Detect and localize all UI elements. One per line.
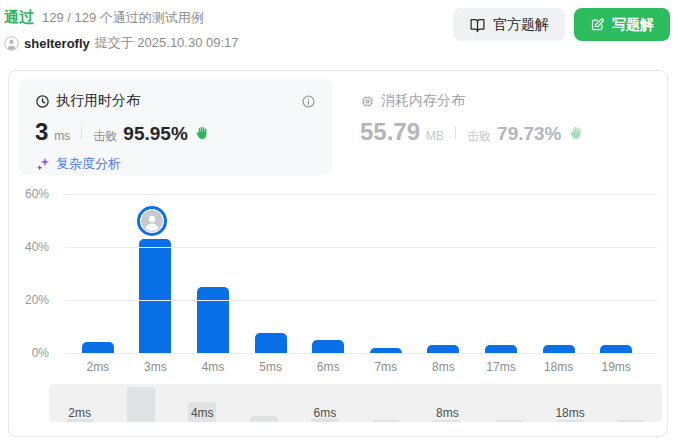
- official-solution-label: 官方题解: [493, 16, 549, 34]
- minimap-label: 6ms: [314, 406, 337, 420]
- x-tick-label: 5ms: [242, 360, 300, 374]
- x-tick-label: 18ms: [530, 360, 588, 374]
- minimap-label: 18ms: [555, 406, 584, 420]
- bar-18ms[interactable]: [543, 345, 575, 353]
- minimap-column: [233, 384, 294, 422]
- chart-column: [415, 194, 473, 353]
- user-avatar-icon: [141, 210, 163, 232]
- header-actions: 官方题解 写题解: [453, 8, 670, 41]
- bar-3ms[interactable]: [139, 239, 171, 353]
- runtime-distribution-chart: 0%20%40%60% 2ms3ms4ms5ms6ms7ms8ms17ms18m…: [9, 71, 667, 436]
- user-avatar-icon: [4, 36, 19, 51]
- write-solution-label: 写题解: [612, 16, 654, 34]
- minimap-label: 2ms: [68, 406, 91, 420]
- y-tick-label: 20%: [11, 293, 49, 307]
- chart-column: [69, 194, 127, 353]
- submission-summary: 通过 129 / 129 个通过的测试用例 shelterofly 提交于 20…: [4, 8, 239, 52]
- x-tick-label: 4ms: [184, 360, 242, 374]
- bar-19ms[interactable]: [600, 345, 632, 353]
- x-axis-labels: 2ms3ms4ms5ms6ms7ms8ms17ms18ms19ms: [69, 360, 645, 374]
- y-tick-label: 40%: [11, 240, 49, 254]
- chart-column: [357, 194, 415, 353]
- chart-plot-area: 0%20%40%60%: [57, 194, 657, 353]
- chart-column: [530, 194, 588, 353]
- datazoom-slider[interactable]: 2ms4ms6ms8ms18ms: [49, 384, 662, 422]
- gridline: [65, 300, 657, 301]
- minimap-column: [355, 384, 416, 422]
- chart-column: [299, 194, 357, 353]
- edit-pen-icon: [590, 17, 605, 32]
- x-tick-label: 6ms: [299, 360, 357, 374]
- book-icon: [469, 16, 486, 33]
- chart-column: [587, 194, 645, 353]
- pass-status: 通过: [4, 8, 34, 27]
- testcases-count: 129 / 129 个通过的测试用例: [42, 9, 204, 27]
- gridline: [65, 247, 657, 248]
- minimap-bar-3ms: [127, 387, 155, 422]
- minimap-column: [110, 384, 171, 422]
- username[interactable]: shelterofly: [24, 36, 90, 51]
- minimap-bar-17ms: [495, 420, 523, 422]
- minimap-column: [478, 384, 539, 422]
- minimap-bar-5ms: [250, 416, 278, 422]
- bar-5ms[interactable]: [255, 333, 287, 353]
- x-tick-label: 8ms: [415, 360, 473, 374]
- x-tick-label: 2ms: [69, 360, 127, 374]
- x-tick-label: 19ms: [587, 360, 645, 374]
- bar-4ms[interactable]: [197, 287, 229, 353]
- official-solution-button[interactable]: 官方题解: [453, 8, 565, 41]
- minimap-label: 8ms: [436, 406, 459, 420]
- gridline: [65, 353, 657, 354]
- bar-8ms[interactable]: [427, 345, 459, 353]
- bar-6ms[interactable]: [312, 340, 344, 353]
- result-header: 通过 129 / 129 个通过的测试用例 shelterofly 提交于 20…: [0, 0, 678, 52]
- submitted-at: 提交于 2025.10.30 09:17: [95, 34, 239, 52]
- write-solution-button[interactable]: 写题解: [574, 8, 670, 41]
- distribution-card: 执行用时分布 3 ms 击败 95.95% 复杂度分析: [8, 70, 668, 437]
- bar-17ms[interactable]: [485, 345, 517, 353]
- minimap-label: 4ms: [191, 406, 214, 420]
- chart-column: [242, 194, 300, 353]
- chart-column: [472, 194, 530, 353]
- x-tick-label: 17ms: [472, 360, 530, 374]
- y-tick-label: 0%: [11, 346, 49, 360]
- gridline: [65, 194, 657, 195]
- chart-column: [184, 194, 242, 353]
- minimap-column: [601, 384, 662, 422]
- minimap-bar-7ms: [372, 420, 400, 422]
- minimap-bar-19ms: [617, 420, 645, 422]
- y-tick-label: 60%: [11, 187, 49, 201]
- x-tick-label: 3ms: [127, 360, 185, 374]
- x-tick-label: 7ms: [357, 360, 415, 374]
- bar-2ms[interactable]: [82, 342, 114, 353]
